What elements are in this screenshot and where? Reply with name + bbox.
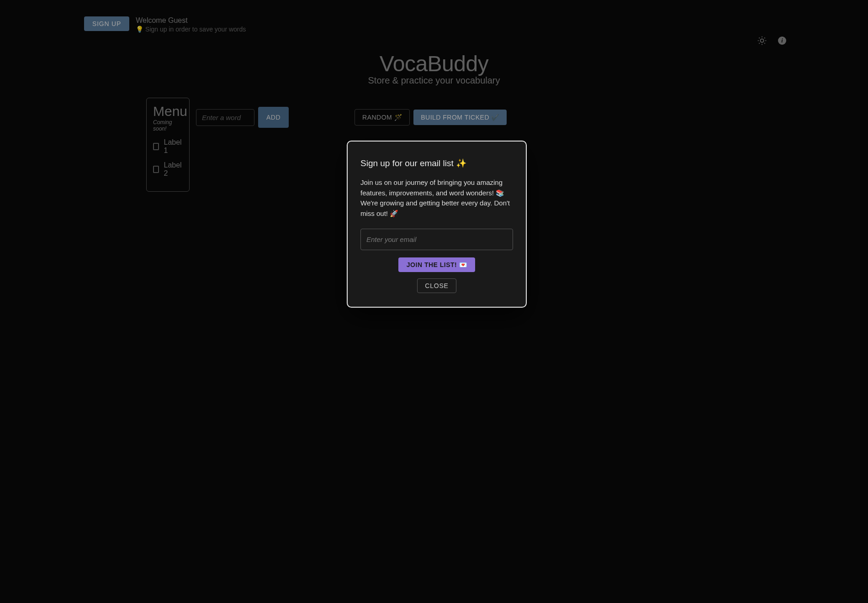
- close-button[interactable]: CLOSE: [417, 278, 456, 293]
- modal-actions: JOIN THE LIST! 💌 CLOSE: [360, 257, 513, 293]
- modal-body: Join us on our journey of bringing you a…: [360, 178, 513, 219]
- email-input[interactable]: [360, 229, 513, 250]
- join-list-button[interactable]: JOIN THE LIST! 💌: [398, 257, 475, 272]
- modal-title: Sign up for our email list ✨: [360, 158, 513, 168]
- email-signup-modal: Sign up for our email list ✨ Join us on …: [347, 141, 527, 308]
